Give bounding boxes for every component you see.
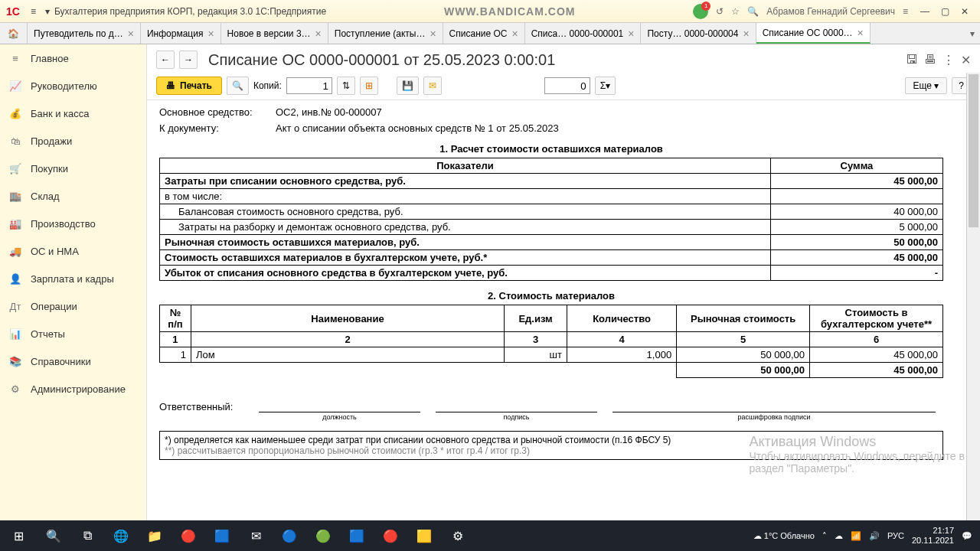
- word-icon[interactable]: 🟦: [340, 520, 374, 551]
- sidebar-icon: 🏬: [9, 191, 21, 202]
- mail-task-icon[interactable]: ✉: [239, 520, 273, 551]
- close-icon[interactable]: ×: [511, 28, 518, 40]
- sidebar-icon: Дт: [9, 301, 21, 312]
- start-button[interactable]: ⊞: [0, 520, 37, 551]
- close-icon[interactable]: ×: [430, 28, 436, 40]
- tab[interactable]: Списание ОС 0000…×: [756, 23, 871, 44]
- vertical-scrollbar[interactable]: [966, 73, 980, 520]
- network-icon[interactable]: 📶: [851, 531, 861, 541]
- sidebar-item[interactable]: 🛍Продажи: [0, 127, 146, 155]
- notification-icon[interactable]: [693, 4, 708, 19]
- sidebar-item[interactable]: 💰Банк и касса: [0, 99, 146, 127]
- store-icon[interactable]: 🟦: [205, 520, 239, 551]
- copies-label: Копий:: [253, 80, 282, 91]
- sidebar-icon: ⚙: [9, 383, 21, 395]
- menu-icon[interactable]: ≡: [31, 6, 36, 17]
- user-name[interactable]: Абрамов Геннадий Сергеевич: [766, 6, 895, 17]
- clock[interactable]: 21:17 20.11.2021: [912, 526, 954, 546]
- back-button[interactable]: ←: [156, 51, 175, 69]
- star-icon[interactable]: ☆: [731, 6, 740, 17]
- dropdown-icon[interactable]: ▾: [45, 6, 50, 17]
- sidebar-item[interactable]: 🛒Покупки: [0, 155, 146, 182]
- sidebar-item[interactable]: 🚚ОС и НМА: [0, 237, 146, 265]
- grid-button[interactable]: ⊞: [360, 77, 378, 95]
- sound-icon[interactable]: 🔊: [869, 531, 880, 541]
- taskview-icon[interactable]: ⧉: [70, 520, 104, 551]
- disk-button[interactable]: 💾: [397, 77, 419, 95]
- printer-icon[interactable]: 🖶: [924, 53, 936, 67]
- opera-icon[interactable]: 🔴: [374, 520, 407, 551]
- 1c-task-icon[interactable]: 🟨: [407, 520, 441, 551]
- tabs-dropdown[interactable]: ▾: [965, 23, 980, 44]
- close-icon[interactable]: ×: [315, 28, 322, 40]
- tab-bar: 🏠 Путеводитель по д…×Информация×Новое в …: [0, 23, 980, 44]
- search-icon[interactable]: 🔍: [747, 6, 759, 17]
- more-button[interactable]: Еще ▾: [905, 77, 948, 94]
- notifications-icon[interactable]: 💬: [962, 531, 972, 541]
- tab[interactable]: Списа… 0000-000001×: [525, 23, 642, 44]
- sigma-button[interactable]: Σ ▾: [595, 77, 616, 95]
- print-icon: 🖶: [166, 80, 175, 91]
- app1-icon[interactable]: 🔴: [172, 520, 205, 551]
- close-icon[interactable]: ×: [743, 28, 749, 40]
- spinner-up[interactable]: ⇅: [337, 77, 355, 95]
- close-icon[interactable]: ×: [128, 28, 134, 40]
- tab[interactable]: Новое в версии 3…×: [221, 23, 328, 44]
- watermark-overlay: WWW.BANDICAM.COM: [326, 5, 693, 18]
- close-icon[interactable]: ×: [207, 28, 214, 40]
- copies-input[interactable]: [286, 77, 332, 94]
- tab[interactable]: Поступление (акты…×: [328, 23, 443, 44]
- sidebar-icon: 📚: [9, 356, 21, 367]
- tab[interactable]: Посту… 0000-000004×: [641, 23, 756, 44]
- sidebar-item[interactable]: ⚙Администрирование: [0, 375, 146, 403]
- sidebar-icon: 🛒: [9, 163, 21, 174]
- search-task-icon[interactable]: 🔍: [37, 520, 70, 551]
- teamviewer-icon[interactable]: 🔵: [273, 520, 306, 551]
- sidebar-icon: 🏭: [9, 218, 21, 230]
- close-button[interactable]: ✕: [956, 4, 974, 19]
- count-input[interactable]: [544, 77, 590, 94]
- settings-task-icon[interactable]: ⚙: [441, 520, 475, 551]
- explorer-icon[interactable]: 📁: [138, 520, 172, 551]
- app-logo: 1C: [6, 5, 20, 18]
- sidebar-item[interactable]: 📚Справочники: [0, 347, 146, 375]
- toolbar: 🖶 Печать 🔍 Копий: ⇅ ⊞ 💾 ✉ Σ ▾ Еще ▾ ?: [147, 72, 980, 100]
- sidebar-item[interactable]: 🏬Склад: [0, 182, 146, 210]
- chrome-icon[interactable]: 🟢: [306, 520, 340, 551]
- sidebar-item[interactable]: 📈Руководителю: [0, 72, 146, 99]
- sidebar-icon: 📈: [9, 80, 21, 92]
- onedrive-icon[interactable]: ☁: [835, 531, 843, 541]
- print-button[interactable]: 🖶 Печать: [156, 77, 222, 95]
- tab[interactable]: Списание ОС×: [443, 23, 525, 44]
- sidebar-item[interactable]: ≡Главное: [0, 44, 146, 72]
- taskbar: ⊞ 🔍 ⧉ 🌐 📁 🔴 🟦 ✉ 🔵 🟢 🟦 🔴 🟨 ⚙ ☁ 1°C Облачн…: [0, 520, 980, 551]
- tab[interactable]: Информация×: [141, 23, 221, 44]
- sidebar-item[interactable]: 📊Отчеты: [0, 320, 146, 347]
- window-controls: — ▢ ✕: [916, 4, 974, 19]
- tab[interactable]: Путеводитель по д…×: [28, 23, 141, 44]
- sidebar-icon: 📊: [9, 328, 21, 340]
- close-doc-icon[interactable]: ✕: [961, 53, 971, 67]
- close-icon[interactable]: ×: [858, 27, 864, 39]
- filter-icon[interactable]: ≡: [903, 6, 908, 17]
- sidebar-item[interactable]: 👤Зарплата и кадры: [0, 265, 146, 292]
- mail-button[interactable]: ✉: [423, 77, 442, 95]
- home-icon[interactable]: 🏠: [0, 23, 28, 44]
- sidebar-item[interactable]: ДтОперации: [0, 292, 146, 320]
- document-body: Основное средство: ОС2, инв.№ 00-000007 …: [147, 100, 980, 520]
- kebab-icon[interactable]: ⋮: [942, 53, 955, 67]
- forward-button[interactable]: →: [179, 51, 198, 69]
- history-icon[interactable]: ↺: [716, 6, 724, 17]
- maximize-button[interactable]: ▢: [936, 4, 954, 19]
- language-indicator[interactable]: РУС: [887, 531, 904, 540]
- weather-widget[interactable]: ☁ 1°C Облачно: [753, 531, 815, 541]
- save-icon[interactable]: 🖫: [906, 53, 918, 67]
- preview-button[interactable]: 🔍: [227, 77, 249, 95]
- edge-icon[interactable]: 🌐: [104, 520, 138, 551]
- close-icon[interactable]: ×: [628, 28, 634, 40]
- tray-chevron-icon[interactable]: ˄: [822, 531, 827, 541]
- table2: № п/пНаименованиеЕд.измКоличествоРыночна…: [159, 305, 943, 378]
- minimize-button[interactable]: —: [916, 4, 934, 19]
- content-area: ← → Списание ОС 0000-000001 от 25.05.202…: [147, 44, 980, 520]
- sidebar-item[interactable]: 🏭Производство: [0, 210, 146, 237]
